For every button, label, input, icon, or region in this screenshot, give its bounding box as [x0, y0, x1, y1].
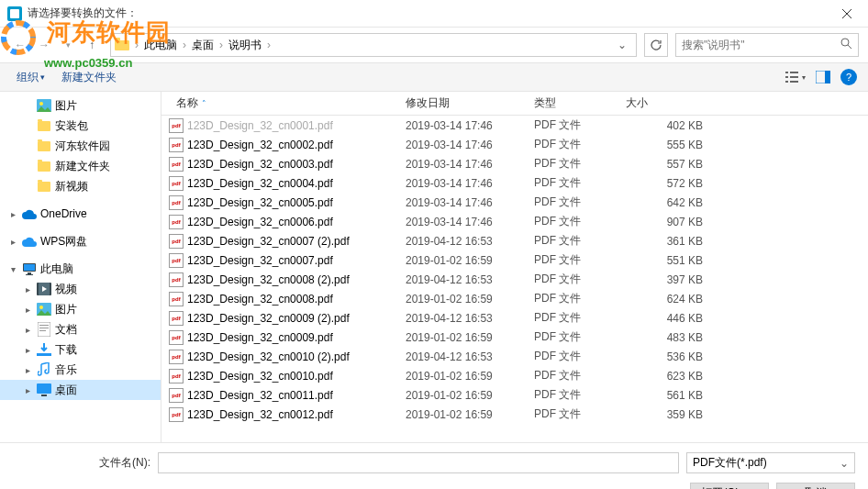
file-type: PDF 文件 — [527, 310, 618, 326]
sidebar-item[interactable]: ▸视频 — [0, 279, 161, 299]
file-row[interactable]: pdf123D_Design_32_cn0008 (2).pdf2019-04-… — [161, 270, 868, 289]
file-row[interactable]: pdf123D_Design_32_cn0009.pdf2019-01-02 1… — [161, 328, 868, 347]
svg-rect-30 — [37, 383, 51, 394]
breadcrumb[interactable]: › 此电脑 › 桌面 › 说明书 › ⌄ — [110, 33, 637, 57]
pdf-icon: pdf — [169, 369, 184, 383]
sidebar-item[interactable]: ▸下载 — [0, 339, 161, 360]
file-size: 551 KB — [618, 254, 710, 267]
tree-label: 图片 — [55, 302, 77, 317]
new-folder-button[interactable]: 新建文件夹 — [56, 66, 122, 89]
sidebar[interactable]: 图片安装包河东软件园新建文件夹新视频▸OneDrive▸WPS网盘▾此电脑▸视频… — [0, 92, 161, 442]
chevron-icon: ▸ — [22, 325, 33, 335]
file-type: PDF 文件 — [527, 329, 618, 345]
search-input[interactable] — [682, 39, 840, 51]
tree-label: 下载 — [55, 342, 77, 358]
column-name[interactable]: 名称˄ — [169, 95, 398, 111]
close-button[interactable] — [826, 0, 868, 28]
search-icon[interactable] — [840, 38, 852, 52]
file-row[interactable]: pdf123D_Design_32_cn0012.pdf2019-01-02 1… — [161, 405, 868, 424]
view-options-button[interactable]: ▾ — [785, 67, 806, 87]
file-date: 2019-01-02 16:59 — [398, 408, 527, 421]
sidebar-item[interactable]: 新视频 — [0, 176, 161, 196]
filename-input[interactable] — [158, 452, 679, 473]
back-button[interactable]: ← — [9, 34, 31, 56]
sidebar-item[interactable]: ▸OneDrive — [0, 204, 161, 224]
file-size: 483 KB — [618, 331, 710, 344]
history-dropdown[interactable]: ▾ — [57, 34, 79, 56]
breadcrumb-item[interactable]: 桌面 — [188, 38, 217, 53]
column-date[interactable]: 修改日期 — [398, 95, 527, 111]
pdf-icon: pdf — [169, 407, 184, 422]
folder-icon — [37, 179, 51, 194]
breadcrumb-dropdown[interactable]: ⌄ — [612, 39, 632, 51]
svg-rect-28 — [39, 330, 46, 331]
file-row[interactable]: pdf123D_Design_32_cn0008.pdf2019-01-02 1… — [161, 289, 868, 308]
sidebar-item[interactable]: ▸WPS网盘 — [0, 231, 161, 251]
file-date: 2019-01-02 16:59 — [398, 293, 527, 306]
search-box[interactable] — [675, 33, 859, 57]
forward-button[interactable]: → — [33, 34, 55, 56]
file-row[interactable]: pdf123D_Design_32_cn0001.pdf2019-03-14 1… — [161, 116, 868, 135]
file-row[interactable]: pdf123D_Design_32_cn0010.pdf2019-01-02 1… — [161, 366, 868, 385]
tree-label: 视频 — [55, 282, 77, 297]
file-row[interactable]: pdf123D_Design_32_cn0004.pdf2019-03-14 1… — [161, 173, 868, 193]
breadcrumb-item[interactable]: 说明书 — [225, 38, 265, 53]
open-button[interactable]: 打开(O)▼ — [690, 483, 769, 489]
video-icon — [37, 282, 51, 296]
file-name: 123D_Design_32_cn0012.pdf — [187, 408, 333, 421]
file-row[interactable]: pdf123D_Design_32_cn0007.pdf2019-01-02 1… — [161, 250, 868, 270]
onedrive-icon — [22, 206, 37, 221]
file-date: 2019-01-02 16:59 — [398, 254, 527, 267]
file-row[interactable]: pdf123D_Design_32_cn0007 (2).pdf2019-04-… — [161, 231, 868, 250]
pdf-icon: pdf — [169, 176, 184, 191]
cancel-button[interactable]: 取消 — [776, 483, 855, 489]
up-button[interactable]: ↑ — [81, 34, 103, 56]
svg-rect-10 — [790, 72, 798, 73]
chevron-icon: ▸ — [22, 284, 33, 295]
breadcrumb-item[interactable]: 此电脑 — [140, 38, 181, 53]
sidebar-item[interactable]: 安装包 — [0, 116, 161, 136]
refresh-button[interactable] — [644, 33, 668, 57]
file-row[interactable]: pdf123D_Design_32_cn0010 (2).pdf2019-04-… — [161, 347, 868, 366]
chevron-icon: ▸ — [22, 305, 33, 315]
file-name: 123D_Design_32_cn0008 (2).pdf — [187, 273, 350, 286]
file-size: 642 KB — [618, 196, 710, 209]
svg-rect-11 — [790, 76, 798, 78]
sidebar-item[interactable]: ▸桌面 — [0, 380, 161, 400]
sidebar-item[interactable]: 河东软件园 — [0, 136, 161, 156]
file-row[interactable]: pdf123D_Design_32_cn0002.pdf2019-03-14 1… — [161, 135, 868, 154]
column-size[interactable]: 大小 — [618, 95, 710, 111]
window-title: 请选择要转换的文件： — [28, 6, 138, 21]
sidebar-item[interactable]: ▸图片 — [0, 299, 161, 319]
sidebar-item[interactable]: 新建文件夹 — [0, 156, 161, 176]
file-row[interactable]: pdf123D_Design_32_cn0009 (2).pdf2019-04-… — [161, 308, 868, 328]
sort-arrow-icon: ˄ — [202, 99, 206, 108]
file-type: PDF 文件 — [527, 156, 618, 172]
tree-label: 音乐 — [55, 362, 77, 378]
organize-menu[interactable]: 组织▾ — [11, 66, 50, 89]
file-size: 624 KB — [618, 293, 710, 306]
svg-rect-25 — [38, 322, 50, 337]
chevron-icon: ▸ — [7, 237, 18, 247]
file-type: PDF 文件 — [527, 291, 618, 306]
sidebar-item[interactable]: 图片 — [0, 95, 161, 116]
file-row[interactable]: pdf123D_Design_32_cn0005.pdf2019-03-14 1… — [161, 193, 868, 212]
file-size: 572 KB — [618, 177, 710, 190]
file-row[interactable]: pdf123D_Design_32_cn0006.pdf2019-03-14 1… — [161, 212, 868, 231]
preview-pane-button[interactable] — [813, 67, 833, 87]
svg-rect-18 — [24, 264, 35, 271]
file-filter-dropdown[interactable]: PDF文件(*.pdf) ⌄ — [686, 452, 855, 473]
toolbar: 组织▾ 新建文件夹 ▾ ? — [0, 62, 868, 92]
sidebar-item[interactable]: ▸文档 — [0, 319, 161, 339]
file-rows[interactable]: pdf123D_Design_32_cn0001.pdf2019-03-14 1… — [161, 116, 868, 442]
sidebar-item[interactable]: ▾此电脑 — [0, 259, 161, 279]
sidebar-item[interactable]: ▸音乐 — [0, 360, 161, 380]
help-button[interactable]: ? — [840, 69, 857, 85]
file-row[interactable]: pdf123D_Design_32_cn0003.pdf2019-03-14 1… — [161, 154, 868, 173]
pdf-icon: pdf — [169, 272, 184, 287]
file-row[interactable]: pdf123D_Design_32_cn0011.pdf2019-01-02 1… — [161, 385, 868, 405]
file-size: 557 KB — [618, 158, 710, 171]
column-type[interactable]: 类型 — [527, 95, 618, 111]
file-type: PDF 文件 — [527, 349, 618, 364]
file-name: 123D_Design_32_cn0003.pdf — [187, 158, 333, 171]
